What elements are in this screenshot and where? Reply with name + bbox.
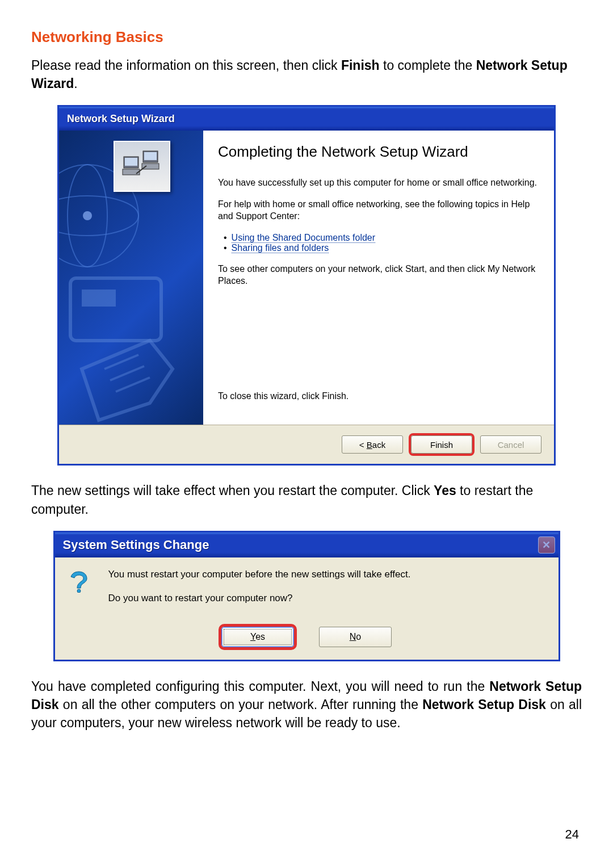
no-button[interactable]: No <box>319 627 392 647</box>
network-setup-wizard-window: Network Setup Wizard <box>57 105 556 466</box>
ssc-button-row: Yes No <box>55 622 559 660</box>
svg-point-1 <box>59 196 138 236</box>
svg-rect-16 <box>142 163 159 169</box>
ssc-message-1: You must restart your computer before th… <box>108 569 411 580</box>
svg-point-3 <box>83 211 92 220</box>
question-icon <box>68 569 93 617</box>
back-button-label: < Back <box>359 440 385 450</box>
no-button-label: No <box>350 632 361 642</box>
page-number: 24 <box>565 827 579 842</box>
nsw-sidebar-graphic <box>59 131 203 425</box>
svg-rect-15 <box>144 152 157 160</box>
nsw-paragraph-3: To see other computers on your network, … <box>218 263 539 287</box>
svg-rect-13 <box>123 169 140 175</box>
mid-text-1: The new settings will take effect when y… <box>31 483 434 498</box>
svg-line-10 <box>116 378 150 392</box>
ssc-titlebar[interactable]: System Settings Change ✕ <box>55 532 559 557</box>
nsw-title: Network Setup Wizard <box>67 113 175 125</box>
nsw-heading: Completing the Network Setup Wizard <box>218 143 539 161</box>
nsw-inset-computers-icon <box>114 141 170 192</box>
yes-button[interactable]: Yes <box>221 627 294 647</box>
outro-text-2: on all the other computers on your netwo… <box>59 697 423 712</box>
outro-text-1: You have completed configuring this comp… <box>31 679 489 694</box>
nsw-footer: < Back Finish Cancel <box>59 425 554 464</box>
back-button[interactable]: < Back <box>342 435 403 454</box>
ssc-text: You must restart your computer before th… <box>108 569 411 617</box>
nsw-link-item-1: Using the Shared Documents folder <box>224 233 539 243</box>
nsw-titlebar[interactable]: Network Setup Wizard <box>59 107 554 131</box>
cancel-button-label: Cancel <box>498 440 524 450</box>
finish-button-label: Finish <box>430 440 453 450</box>
nsw-right-panel: Completing the Network Setup Wizard You … <box>203 131 554 425</box>
mid-paragraph: The new settings will take effect when y… <box>31 481 582 518</box>
svg-rect-6 <box>70 278 161 341</box>
outro-bold-2: Network Setup Disk <box>422 697 546 712</box>
svg-line-9 <box>110 366 144 380</box>
nsw-link-item-2: Sharing files and folders <box>224 243 539 253</box>
svg-rect-7 <box>82 290 116 307</box>
nsw-paragraph-2: For help with home or small office netwo… <box>218 199 539 223</box>
finish-button[interactable]: Finish <box>411 435 472 454</box>
nsw-paragraph-1: You have successfully set up this comput… <box>218 177 539 189</box>
nsw-link-shared-documents[interactable]: Using the Shared Documents folder <box>232 233 375 243</box>
system-settings-change-dialog: System Settings Change ✕ You must restar… <box>53 531 560 661</box>
nsw-close-hint: To close this wizard, click Finish. <box>218 391 539 402</box>
outro-paragraph: You have completed configuring this comp… <box>31 677 582 732</box>
mid-bold-yes: Yes <box>434 483 456 498</box>
intro-text-3: . <box>74 76 77 91</box>
nsw-help-links: Using the Shared Documents folder Sharin… <box>218 233 539 253</box>
cancel-button: Cancel <box>480 435 541 454</box>
svg-rect-12 <box>125 158 137 166</box>
close-icon: ✕ <box>542 539 551 551</box>
yes-button-label: Yes <box>250 632 265 642</box>
ssc-body: You must restart your computer before th… <box>55 557 559 622</box>
intro-bold-finish: Finish <box>341 58 380 73</box>
intro-paragraph: Please read the information on this scre… <box>31 56 582 93</box>
svg-point-18 <box>77 589 81 593</box>
intro-text-2: to complete the <box>380 58 476 73</box>
close-button[interactable]: ✕ <box>538 536 555 553</box>
ssc-title: System Settings Change <box>63 538 209 552</box>
nsw-link-sharing-files[interactable]: Sharing files and folders <box>232 243 329 253</box>
intro-text-1: Please read the information on this scre… <box>31 58 341 73</box>
ssc-message-2: Do you want to restart your computer now… <box>108 593 411 604</box>
nsw-content: Completing the Network Setup Wizard You … <box>59 131 554 425</box>
section-heading: Networking Basics <box>31 28 582 46</box>
